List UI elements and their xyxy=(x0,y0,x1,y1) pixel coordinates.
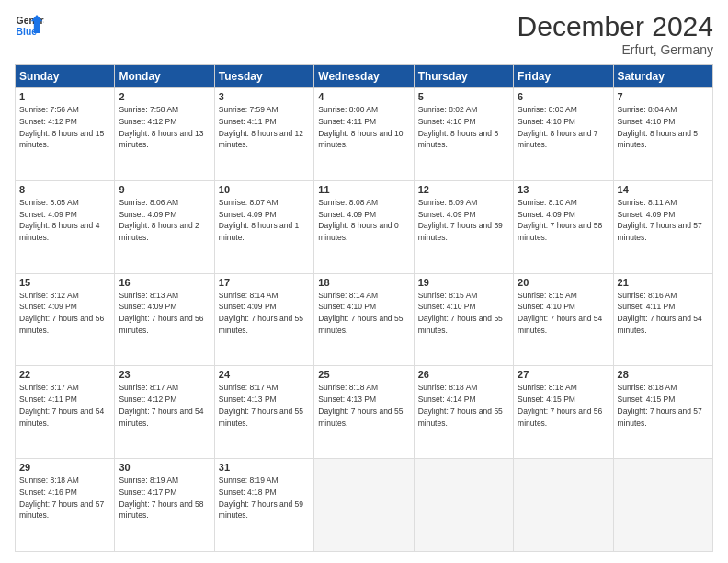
table-cell: 20Sunrise: 8:15 AMSunset: 4:10 PMDayligh… xyxy=(514,273,613,366)
day-number: 19 xyxy=(418,277,509,288)
table-cell: 29Sunrise: 8:18 AMSunset: 4:16 PMDayligh… xyxy=(16,459,115,552)
title-block: December 2024 Erfurt, Germany xyxy=(518,11,713,57)
day-number: 23 xyxy=(119,369,210,380)
table-cell: 1Sunrise: 7:56 AMSunset: 4:12 PMDaylight… xyxy=(16,88,115,181)
header-tuesday: Tuesday xyxy=(214,65,313,88)
page: General Blue December 2024 Erfurt, Germa… xyxy=(0,0,728,563)
header-friday: Friday xyxy=(514,65,613,88)
day-number: 15 xyxy=(19,277,110,288)
day-info: Sunrise: 8:17 AMSunset: 4:12 PMDaylight:… xyxy=(119,382,210,429)
day-number: 25 xyxy=(318,369,409,380)
day-info: Sunrise: 8:10 AMSunset: 4:09 PMDaylight:… xyxy=(518,197,609,244)
table-cell xyxy=(414,459,513,552)
week-row-4: 29Sunrise: 8:18 AMSunset: 4:16 PMDayligh… xyxy=(16,459,713,552)
day-number: 8 xyxy=(19,184,110,195)
day-info: Sunrise: 8:15 AMSunset: 4:10 PMDaylight:… xyxy=(518,290,609,337)
day-number: 14 xyxy=(618,184,709,195)
table-cell: 31Sunrise: 8:19 AMSunset: 4:18 PMDayligh… xyxy=(214,459,313,552)
week-row-1: 8Sunrise: 8:05 AMSunset: 4:09 PMDaylight… xyxy=(16,180,713,273)
day-info: Sunrise: 8:06 AMSunset: 4:09 PMDaylight:… xyxy=(119,197,210,244)
day-number: 20 xyxy=(518,277,609,288)
day-info: Sunrise: 8:08 AMSunset: 4:09 PMDaylight:… xyxy=(318,197,409,244)
day-info: Sunrise: 8:07 AMSunset: 4:09 PMDaylight:… xyxy=(219,197,310,244)
week-row-3: 22Sunrise: 8:17 AMSunset: 4:11 PMDayligh… xyxy=(16,366,713,459)
day-info: Sunrise: 8:04 AMSunset: 4:10 PMDaylight:… xyxy=(618,104,709,151)
day-info: Sunrise: 7:59 AMSunset: 4:11 PMDaylight:… xyxy=(219,104,310,151)
day-info: Sunrise: 8:16 AMSunset: 4:11 PMDaylight:… xyxy=(618,290,709,337)
header-monday: Monday xyxy=(115,65,214,88)
day-info: Sunrise: 8:02 AMSunset: 4:10 PMDaylight:… xyxy=(418,104,509,151)
table-cell xyxy=(314,459,414,552)
day-info: Sunrise: 8:19 AMSunset: 4:17 PMDaylight:… xyxy=(119,475,210,522)
day-info: Sunrise: 7:56 AMSunset: 4:12 PMDaylight:… xyxy=(19,104,110,151)
day-info: Sunrise: 8:09 AMSunset: 4:09 PMDaylight:… xyxy=(418,197,509,244)
day-number: 18 xyxy=(318,277,409,288)
day-number: 21 xyxy=(618,277,709,288)
table-cell: 10Sunrise: 8:07 AMSunset: 4:09 PMDayligh… xyxy=(214,180,313,273)
calendar-table: Sunday Monday Tuesday Wednesday Thursday… xyxy=(15,64,713,552)
day-number: 11 xyxy=(318,184,409,195)
day-info: Sunrise: 8:18 AMSunset: 4:15 PMDaylight:… xyxy=(518,382,609,429)
table-cell: 6Sunrise: 8:03 AMSunset: 4:10 PMDaylight… xyxy=(514,88,613,181)
day-number: 16 xyxy=(119,277,210,288)
table-cell: 23Sunrise: 8:17 AMSunset: 4:12 PMDayligh… xyxy=(115,366,214,459)
table-cell: 27Sunrise: 8:18 AMSunset: 4:15 PMDayligh… xyxy=(514,366,613,459)
table-cell: 26Sunrise: 8:18 AMSunset: 4:14 PMDayligh… xyxy=(414,366,513,459)
day-info: Sunrise: 8:00 AMSunset: 4:11 PMDaylight:… xyxy=(318,104,409,151)
week-row-2: 15Sunrise: 8:12 AMSunset: 4:09 PMDayligh… xyxy=(16,273,713,366)
table-cell: 8Sunrise: 8:05 AMSunset: 4:09 PMDaylight… xyxy=(16,180,115,273)
table-cell: 17Sunrise: 8:14 AMSunset: 4:09 PMDayligh… xyxy=(214,273,313,366)
day-info: Sunrise: 8:15 AMSunset: 4:10 PMDaylight:… xyxy=(418,290,509,337)
day-info: Sunrise: 8:13 AMSunset: 4:09 PMDaylight:… xyxy=(119,290,210,337)
header-saturday: Saturday xyxy=(613,65,712,88)
day-number: 1 xyxy=(19,91,110,102)
table-cell: 16Sunrise: 8:13 AMSunset: 4:09 PMDayligh… xyxy=(115,273,214,366)
day-info: Sunrise: 8:17 AMSunset: 4:13 PMDaylight:… xyxy=(219,382,310,429)
header-thursday: Thursday xyxy=(414,65,513,88)
day-number: 28 xyxy=(618,369,709,380)
day-info: Sunrise: 8:19 AMSunset: 4:18 PMDaylight:… xyxy=(219,475,310,522)
table-cell: 22Sunrise: 8:17 AMSunset: 4:11 PMDayligh… xyxy=(16,366,115,459)
table-cell: 24Sunrise: 8:17 AMSunset: 4:13 PMDayligh… xyxy=(214,366,313,459)
day-info: Sunrise: 8:18 AMSunset: 4:16 PMDaylight:… xyxy=(19,475,110,522)
table-cell: 30Sunrise: 8:19 AMSunset: 4:17 PMDayligh… xyxy=(115,459,214,552)
day-number: 7 xyxy=(618,91,709,102)
calendar-subtitle: Erfurt, Germany xyxy=(518,42,713,57)
day-number: 5 xyxy=(418,91,509,102)
day-number: 6 xyxy=(518,91,609,102)
day-info: Sunrise: 8:12 AMSunset: 4:09 PMDaylight:… xyxy=(19,290,110,337)
table-cell: 11Sunrise: 8:08 AMSunset: 4:09 PMDayligh… xyxy=(314,180,414,273)
day-number: 24 xyxy=(219,369,310,380)
day-number: 3 xyxy=(219,91,310,102)
day-info: Sunrise: 8:17 AMSunset: 4:11 PMDaylight:… xyxy=(19,382,110,429)
table-cell: 2Sunrise: 7:58 AMSunset: 4:12 PMDaylight… xyxy=(115,88,214,181)
day-number: 2 xyxy=(119,91,210,102)
table-cell: 13Sunrise: 8:10 AMSunset: 4:09 PMDayligh… xyxy=(514,180,613,273)
day-number: 4 xyxy=(318,91,409,102)
day-info: Sunrise: 8:18 AMSunset: 4:15 PMDaylight:… xyxy=(618,382,709,429)
day-number: 12 xyxy=(418,184,509,195)
week-row-0: 1Sunrise: 7:56 AMSunset: 4:12 PMDaylight… xyxy=(16,88,713,181)
logo-icon: General Blue xyxy=(15,11,44,40)
table-cell: 9Sunrise: 8:06 AMSunset: 4:09 PMDaylight… xyxy=(115,180,214,273)
day-number: 13 xyxy=(518,184,609,195)
day-number: 27 xyxy=(518,369,609,380)
table-cell: 7Sunrise: 8:04 AMSunset: 4:10 PMDaylight… xyxy=(613,88,712,181)
day-info: Sunrise: 8:14 AMSunset: 4:10 PMDaylight:… xyxy=(318,290,409,337)
header-row: Sunday Monday Tuesday Wednesday Thursday… xyxy=(16,65,713,88)
day-number: 9 xyxy=(119,184,210,195)
header-sunday: Sunday xyxy=(16,65,115,88)
table-cell xyxy=(514,459,613,552)
table-cell: 15Sunrise: 8:12 AMSunset: 4:09 PMDayligh… xyxy=(16,273,115,366)
table-cell: 25Sunrise: 8:18 AMSunset: 4:13 PMDayligh… xyxy=(314,366,414,459)
day-number: 29 xyxy=(19,462,110,473)
table-cell: 3Sunrise: 7:59 AMSunset: 4:11 PMDaylight… xyxy=(214,88,313,181)
logo: General Blue xyxy=(15,11,44,40)
day-number: 31 xyxy=(219,462,310,473)
day-info: Sunrise: 8:05 AMSunset: 4:09 PMDaylight:… xyxy=(19,197,110,244)
day-number: 10 xyxy=(219,184,310,195)
table-cell: 5Sunrise: 8:02 AMSunset: 4:10 PMDaylight… xyxy=(414,88,513,181)
table-cell: 28Sunrise: 8:18 AMSunset: 4:15 PMDayligh… xyxy=(613,366,712,459)
table-cell: 14Sunrise: 8:11 AMSunset: 4:09 PMDayligh… xyxy=(613,180,712,273)
table-cell: 12Sunrise: 8:09 AMSunset: 4:09 PMDayligh… xyxy=(414,180,513,273)
